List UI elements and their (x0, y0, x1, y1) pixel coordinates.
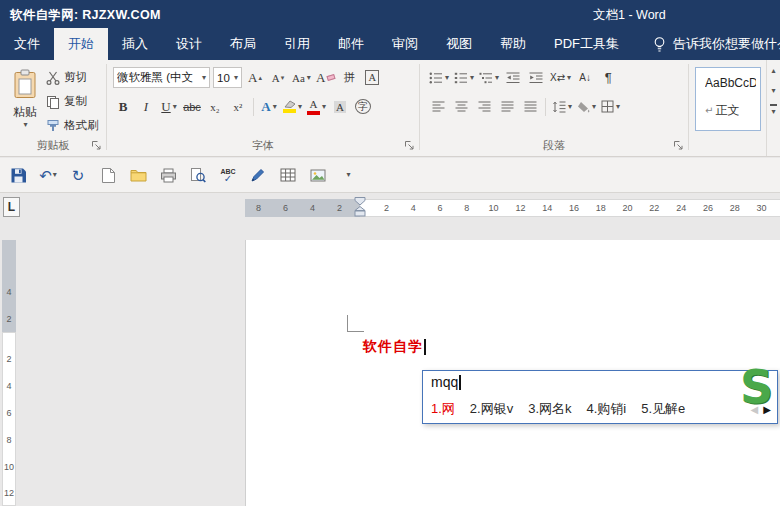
ribbon-tab[interactable]: 审阅 (378, 28, 432, 60)
clear-formatting-button[interactable]: A (315, 67, 336, 88)
character-border-button[interactable]: A (362, 67, 382, 88)
tell-me-box[interactable]: 告诉我你想要做什么 (653, 28, 780, 60)
ribbon: 粘贴 ▾ 剪切 复制 (0, 60, 780, 157)
distribute-icon (524, 101, 537, 112)
justify-button[interactable] (497, 96, 517, 117)
bold-button[interactable]: B (113, 96, 133, 117)
ribbon-tab[interactable]: 引用 (270, 28, 324, 60)
ime-logo[interactable]: S (740, 360, 773, 414)
caret-down-icon: ▾ (202, 74, 206, 82)
paragraph-row-2: ▾ ▾ ▾ (428, 96, 621, 117)
enclose-characters-button[interactable]: 字 (353, 96, 373, 117)
show-marks-button[interactable]: ¶ (598, 67, 618, 88)
tab-stop-selector[interactable]: L (3, 197, 20, 217)
gallery-down-button[interactable]: ▾ (767, 80, 780, 100)
ime-candidate[interactable]: 2.网银v (470, 400, 513, 418)
ime-candidate[interactable]: 5.见解e (641, 400, 685, 418)
ribbon-tab[interactable]: 文件 (0, 28, 54, 60)
new-document-button[interactable] (98, 165, 118, 185)
chevron-up-icon: ▴ (771, 66, 775, 75)
numbering-button[interactable]: ▾ (453, 67, 475, 88)
ime-candidate[interactable]: 4.购销i (587, 400, 627, 418)
font-name-combo[interactable]: 微软雅黑 (中文 ▾ (113, 67, 210, 88)
open-button[interactable] (128, 165, 148, 185)
line-spacing-button[interactable]: ▾ (551, 96, 573, 117)
ribbon-tab[interactable]: PDF工具集 (540, 28, 633, 60)
decrease-indent-button[interactable] (503, 67, 523, 88)
shrink-font-glyph: A (272, 72, 280, 84)
ribbon-tab[interactable]: 邮件 (324, 28, 378, 60)
style-card-normal[interactable]: AaBbCcDdt ↵ 正文 (695, 67, 761, 131)
ribbon-tab[interactable]: 设计 (162, 28, 216, 60)
highlight-color-button[interactable]: ▾ (282, 96, 303, 117)
paragraph-dialog-launcher[interactable] (673, 140, 684, 151)
gallery-more-button[interactable]: ▾ (767, 100, 780, 120)
text-effects-button[interactable]: A ▾ (259, 96, 279, 117)
ime-composition: mqq (431, 374, 461, 390)
chevron-down-icon: ▾ (346, 171, 350, 179)
paragraph-row-1: ▾ ▾ ▾ (428, 67, 618, 88)
ime-candidate-list: 1.网2.网银v3.网名k4.购销i5.见解e (431, 400, 743, 418)
horizontal-ruler-row: L 8642 24681012141618202224262830 (0, 194, 780, 222)
ime-candidate[interactable]: 3.网名k (528, 400, 571, 418)
qat-customize-button[interactable]: ▾ (338, 165, 358, 185)
change-case-button[interactable]: Aa ▾ (291, 67, 312, 88)
undo-button[interactable]: ↶ ▾ (38, 165, 58, 185)
underline-button[interactable]: U ▾ (159, 96, 179, 117)
align-right-button[interactable] (474, 96, 494, 117)
indent-marker[interactable] (354, 197, 366, 218)
button-separator (253, 98, 254, 116)
pen-tool-button[interactable] (248, 165, 268, 185)
clipboard-dialog-launcher[interactable] (91, 140, 102, 151)
bullets-button[interactable]: ▾ (428, 67, 450, 88)
insert-table-button[interactable] (278, 165, 298, 185)
phonetic-guide-button[interactable]: 拼 (339, 67, 359, 88)
ime-candidate[interactable]: 1.网 (431, 400, 455, 418)
ribbon-tab[interactable]: 插入 (108, 28, 162, 60)
gallery-up-button[interactable]: ▴ (767, 60, 780, 80)
cut-button[interactable]: 剪切 (46, 70, 99, 85)
multilevel-list-button[interactable]: ▾ (478, 67, 500, 88)
asian-layout-button[interactable]: X⇄ ▾ (549, 67, 572, 88)
bullet-list-icon (429, 72, 443, 84)
font-size-combo[interactable]: 10 ▾ (213, 67, 242, 88)
ribbon-tab[interactable]: 视图 (432, 28, 486, 60)
superscript-button[interactable]: x² (228, 96, 248, 117)
font-color-button[interactable]: A ▾ (306, 96, 327, 117)
character-shading-button[interactable]: A (330, 96, 350, 117)
spelling-grammar-button[interactable]: ABC ✓ (218, 165, 238, 185)
shading-button[interactable]: ▾ (576, 96, 597, 117)
quick-print-button[interactable] (158, 165, 178, 185)
align-center-button[interactable] (451, 96, 471, 117)
sort-glyph: A↓ (579, 72, 591, 83)
subscript-button[interactable]: x₂ (205, 96, 225, 117)
format-painter-button[interactable]: 格式刷 (46, 118, 99, 133)
save-button[interactable] (8, 165, 28, 185)
paste-button[interactable]: 粘贴 ▾ (5, 65, 45, 129)
grow-font-button[interactable]: A ▴ (245, 67, 265, 88)
sort-button[interactable]: A↓ (575, 67, 595, 88)
increase-indent-button[interactable] (526, 67, 546, 88)
down-mark-icon: ▾ (281, 74, 285, 81)
ruler-number: 6 (6, 400, 11, 427)
print-preview-button[interactable] (188, 165, 208, 185)
ruler-number: 6 (272, 203, 299, 213)
text-effects-glyph: A (261, 99, 270, 115)
highlight-pen-icon (283, 100, 296, 113)
borders-button[interactable]: ▾ (600, 96, 621, 117)
italic-button[interactable]: I (136, 96, 156, 117)
distribute-button[interactable] (520, 96, 540, 117)
ruler-number: 8 (245, 203, 272, 213)
font-dialog-launcher[interactable] (404, 140, 415, 151)
copy-button[interactable]: 复制 (46, 94, 99, 109)
shrink-font-button[interactable]: A ▾ (268, 67, 288, 88)
ime-input-text: mqq (431, 374, 458, 390)
ribbon-tab[interactable]: 布局 (216, 28, 270, 60)
format-painter-label: 格式刷 (64, 118, 99, 133)
strikethrough-button[interactable]: abc (182, 96, 202, 117)
ribbon-tab[interactable]: 帮助 (486, 28, 540, 60)
redo-button[interactable]: ↻ (68, 165, 88, 185)
align-left-button[interactable] (428, 96, 448, 117)
insert-picture-button[interactable] (308, 165, 328, 185)
ribbon-tab[interactable]: 开始 (54, 28, 108, 60)
